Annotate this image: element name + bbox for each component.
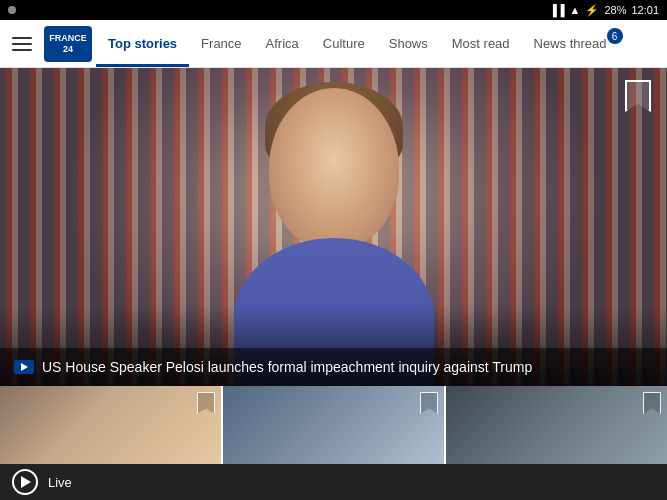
hero-image: US House Speaker Pelosi launches formal … (0, 68, 667, 386)
video-box (14, 360, 34, 374)
battery-level: 28% (604, 4, 626, 16)
hamburger-button[interactable] (0, 20, 44, 68)
thumb-bookmark-icon-3 (643, 392, 661, 414)
caption-row: US House Speaker Pelosi launches formal … (14, 358, 653, 376)
tab-africa[interactable]: Africa (254, 20, 311, 67)
play-button[interactable] (12, 469, 38, 495)
thumb-bookmark-button-3[interactable] (643, 392, 661, 414)
play-icon (21, 476, 31, 488)
live-label: Live (48, 475, 72, 490)
thumbnail-3[interactable] (446, 386, 667, 464)
hero-caption-text: US House Speaker Pelosi launches formal … (42, 358, 532, 376)
thumb-bookmark-icon-1 (197, 392, 215, 414)
app-header: FRANCE 24 Top stories France Africa Cult… (0, 20, 667, 68)
thumb-image-3 (446, 386, 667, 464)
hero-caption-bar: US House Speaker Pelosi launches formal … (0, 348, 667, 386)
time-display: 12:01 (631, 4, 659, 16)
logo-text: FRANCE 24 (49, 33, 87, 55)
video-camera-icon (14, 360, 34, 374)
tab-news-thread[interactable]: News thread 6 (522, 20, 625, 67)
thumbnail-row (0, 386, 667, 464)
thumb-bookmark-icon-2 (420, 392, 438, 414)
charge-icon: ⚡ (585, 4, 599, 17)
hero-bookmark-button[interactable] (625, 80, 655, 116)
thumbnail-1[interactable] (0, 386, 221, 464)
status-bar: ▐▐ ▲ ⚡ 28% 12:01 (0, 0, 667, 20)
tab-culture[interactable]: Culture (311, 20, 377, 67)
person-head (269, 88, 399, 248)
tab-france[interactable]: France (189, 20, 253, 67)
notification-badge: 6 (607, 28, 623, 44)
thumb-bookmark-button-2[interactable] (420, 392, 438, 414)
tab-most-read[interactable]: Most read (440, 20, 522, 67)
play-triangle (21, 363, 28, 371)
status-dot-icon (8, 6, 16, 14)
thumb-bookmark-button-1[interactable] (197, 392, 215, 414)
bookmark-icon (625, 80, 651, 112)
signal-icon: ▐▐ (549, 4, 565, 16)
thumb-image-1 (0, 386, 221, 464)
tab-shows[interactable]: Shows (377, 20, 440, 67)
hamburger-icon (12, 37, 32, 51)
nav-tabs: Top stories France Africa Culture Shows … (96, 20, 667, 67)
tab-top-stories[interactable]: Top stories (96, 20, 189, 67)
wifi-icon: ▲ (570, 4, 581, 16)
thumbnail-2[interactable] (223, 386, 444, 464)
status-right: ▐▐ ▲ ⚡ 28% 12:01 (549, 4, 659, 17)
status-left (8, 6, 16, 14)
thumb-image-2 (223, 386, 444, 464)
player-bar: Live (0, 464, 667, 500)
app-logo[interactable]: FRANCE 24 (44, 26, 92, 62)
